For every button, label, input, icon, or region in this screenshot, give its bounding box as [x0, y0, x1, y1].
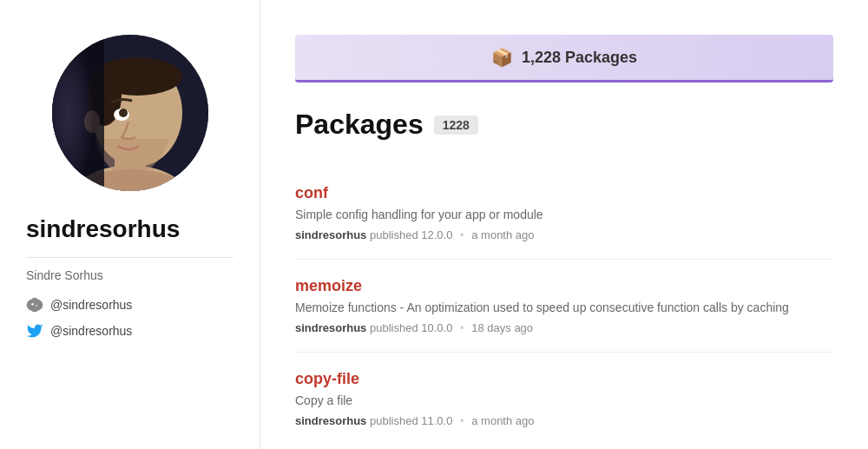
published-label: published	[370, 321, 418, 334]
avatar-image	[52, 35, 208, 191]
list-item: memoize Memoize functions - An optimizat…	[295, 260, 833, 353]
sidebar-divider	[26, 257, 233, 258]
package-published-time: a month ago	[471, 414, 534, 427]
package-version: 12.0.0	[421, 228, 452, 241]
package-meta: sindresorhus published 11.0.0 • a month …	[295, 414, 833, 427]
list-item: conf Simple config handling for your app…	[295, 167, 833, 260]
svg-point-8	[119, 109, 128, 117]
username: sindresorhus	[26, 215, 180, 243]
full-name: Sindre Sorhus	[26, 268, 103, 282]
social-links: @sindresorhus @sindresorhus	[26, 296, 132, 340]
twitter-handle: @sindresorhus	[50, 324, 132, 338]
packages-bar-icon: 📦	[491, 47, 513, 68]
dot-separator: •	[460, 228, 464, 241]
package-author: sindresorhus	[295, 228, 366, 241]
package-version: 11.0.0	[421, 414, 452, 427]
published-label: published	[370, 414, 418, 427]
package-published-time: a month ago	[471, 228, 534, 241]
package-count-badge: 1228	[434, 116, 478, 135]
svg-point-11	[31, 303, 34, 306]
package-published-time: 18 days ago	[471, 321, 533, 334]
package-name[interactable]: memoize	[295, 277, 833, 295]
list-item: copy-file Copy a file sindresorhus publi…	[295, 353, 833, 445]
twitter-icon	[26, 322, 43, 340]
dot-separator: •	[460, 414, 464, 427]
page-title-row: Packages 1228	[295, 109, 833, 141]
packages-bar-text: 1,228 Packages	[522, 49, 637, 67]
package-version: 10.0.0	[421, 321, 452, 334]
npm-icon	[26, 296, 43, 314]
page-title: Packages	[295, 109, 424, 141]
package-description: Memoize functions - An optimization used…	[295, 300, 833, 314]
avatar	[52, 35, 208, 191]
package-meta: sindresorhus published 10.0.0 • 18 days …	[295, 321, 833, 334]
svg-rect-10	[52, 35, 104, 191]
package-name[interactable]: copy-file	[295, 370, 833, 388]
package-author: sindresorhus	[295, 414, 366, 427]
package-name[interactable]: conf	[295, 184, 833, 202]
package-author: sindresorhus	[295, 321, 366, 334]
package-list: conf Simple config handling for your app…	[295, 167, 833, 445]
npm-social-item[interactable]: @sindresorhus	[26, 296, 132, 314]
packages-bar: 📦 1,228 Packages	[295, 35, 833, 83]
package-description: Copy a file	[295, 393, 833, 407]
published-label: published	[370, 228, 418, 241]
npm-handle: @sindresorhus	[50, 298, 132, 312]
package-meta: sindresorhus published 12.0.0 • a month …	[295, 228, 833, 241]
main-content: 📦 1,228 Packages Packages 1228 conf Simp…	[260, 0, 868, 449]
dot-separator: •	[460, 321, 464, 334]
package-description: Simple config handling for your app or m…	[295, 208, 833, 221]
sidebar: sindresorhus Sindre Sorhus @sindresorhus	[0, 0, 260, 449]
twitter-social-item[interactable]: @sindresorhus	[26, 322, 132, 340]
